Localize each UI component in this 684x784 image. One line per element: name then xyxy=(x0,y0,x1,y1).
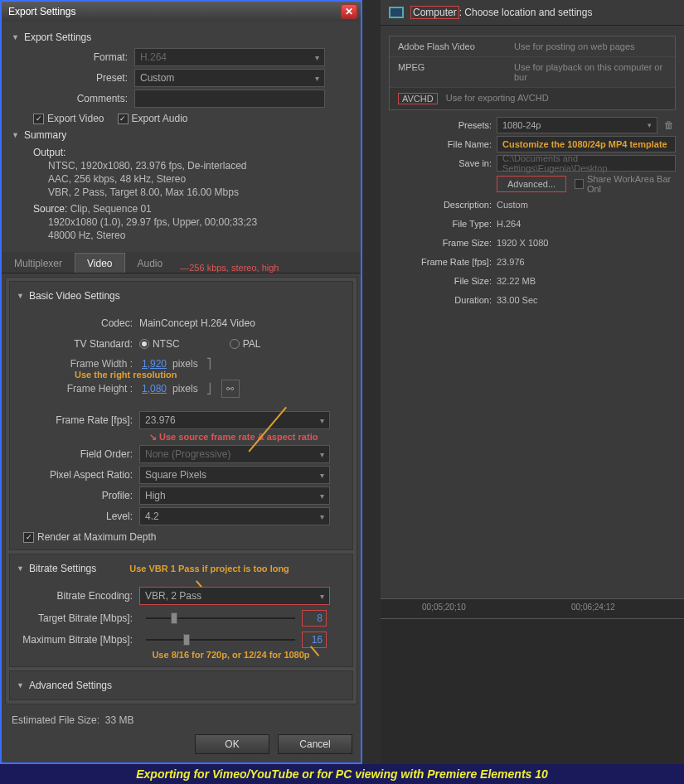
frame-height-label: Frame Height : xyxy=(17,383,139,394)
max-bitrate-slider[interactable] xyxy=(146,632,295,647)
advanced-button[interactable]: Advanced... xyxy=(497,176,566,192)
cancel-button[interactable]: Cancel xyxy=(278,734,352,754)
checkbox-icon xyxy=(575,179,584,189)
profile-label: Profile: xyxy=(17,490,139,501)
target-bitrate-slider[interactable] xyxy=(146,611,295,626)
section-advanced[interactable]: ▼ Advanced Settings xyxy=(10,676,352,694)
filesize-value: 32.22 MB xyxy=(497,276,676,286)
checkbox-label: Share WorkArea Bar Onl xyxy=(587,174,676,194)
radio-ntsc[interactable]: NTSC xyxy=(139,338,180,350)
section-summary[interactable]: ▼ Summary xyxy=(12,129,351,141)
par-label: Pixel Aspect Ratio: xyxy=(17,469,139,481)
timecode: 00;05;20;10 xyxy=(422,603,466,612)
codec-value: MainConcept H.264 Video xyxy=(139,317,255,329)
codec-label: Codec: xyxy=(17,317,139,329)
close-button[interactable]: ✕ xyxy=(341,4,357,19)
framerate-select[interactable]: 23.976 xyxy=(139,411,330,429)
chevron-down-icon: ▼ xyxy=(12,131,19,139)
tab-multiplexer[interactable]: Multiplexer xyxy=(2,253,75,273)
profile-select[interactable]: High xyxy=(139,486,330,505)
format-select[interactable]: H.264 xyxy=(134,48,325,66)
section-basic-video[interactable]: ▼ Basic Video Settings xyxy=(10,287,352,305)
bitrate-encoding-select[interactable]: VBR, 2 Pass xyxy=(139,587,330,605)
savein-input[interactable]: C:\Documents and Settings\Eugenia\Deskto… xyxy=(497,155,676,172)
summary-line: Clip, Sequence 01 xyxy=(70,203,152,215)
framerate-label: Frame Rate [fps]: xyxy=(17,414,139,426)
section-label: Export Settings xyxy=(24,31,91,43)
radio-pal[interactable]: PAL xyxy=(230,338,261,350)
fieldorder-select[interactable]: None (Progressive) xyxy=(139,445,330,463)
desc-value: Custom xyxy=(497,200,676,210)
savein-label: Save in: xyxy=(389,158,497,168)
annotation-bitrate: Use 8/16 for 720p, or 12/24 for 1080p xyxy=(17,650,346,660)
max-bitrate-label: Maximum Bitrate [Mbps]: xyxy=(17,634,139,646)
option-name: MPEG xyxy=(398,62,514,82)
section-export-settings[interactable]: ▼ Export Settings xyxy=(12,31,351,43)
format-option[interactable]: Adobe Flash Video Use for posting on web… xyxy=(390,36,675,57)
frame-height-value[interactable]: 1,080 xyxy=(139,383,169,394)
slider-thumb[interactable] xyxy=(171,612,177,624)
bitrate-encoding-label: Bitrate Encoding: xyxy=(17,590,139,602)
chevron-down-icon: ▼ xyxy=(17,292,24,300)
checkbox-label: Render at Maximum Depth xyxy=(37,531,156,543)
summary-line: AAC, 256 kbps, 48 kHz, Stereo xyxy=(33,172,351,186)
radio-icon xyxy=(230,339,240,349)
radio-icon xyxy=(139,339,149,349)
share-workarea-checkbox[interactable]: Share WorkArea Bar Onl xyxy=(575,174,676,194)
format-label: Format: xyxy=(12,51,134,63)
checkbox-label: Export Audio xyxy=(132,113,188,124)
section-label: Advanced Settings xyxy=(29,680,112,691)
estimated-file-size: Estimated File Size: 33 MB xyxy=(12,714,133,726)
tabs: Multiplexer Video Audio — 256 kbps, ster… xyxy=(2,252,361,273)
slider-thumb[interactable] xyxy=(183,634,190,646)
timeline-ruler[interactable]: 00;05;20;10 00;06;24;12 xyxy=(381,599,684,619)
section-label: Basic Video Settings xyxy=(29,290,120,302)
chevron-down-icon: ▼ xyxy=(12,33,19,41)
target-bitrate-label: Target Bitrate [Mbps]: xyxy=(17,612,139,624)
section-bitrate[interactable]: ▼ Bitrate Settings Use VBR 1 Pass if pro… xyxy=(10,559,352,578)
level-select[interactable]: 4.2 xyxy=(139,507,330,525)
bracket-icon: ⎤ xyxy=(206,358,211,370)
presets-select[interactable]: 1080-24p xyxy=(497,117,657,133)
dialog-footer: OK Cancel xyxy=(2,726,361,762)
titlebar: Export Settings ✕ xyxy=(2,2,361,22)
desc-label: Description: xyxy=(389,200,497,210)
max-bitrate-value[interactable]: 16 xyxy=(302,632,327,648)
framesize-value: 1920 X 1080 xyxy=(497,238,676,248)
target-bitrate-value[interactable]: 8 xyxy=(302,610,327,627)
format-option[interactable]: MPEG Use for playback on this computer o… xyxy=(390,57,675,88)
comments-input[interactable] xyxy=(134,90,325,108)
duration-value: 33.00 Sec xyxy=(497,295,676,305)
checkbox-icon: ✓ xyxy=(118,114,129,124)
preset-select[interactable]: Custom xyxy=(134,69,325,87)
filetype-value: H.264 xyxy=(497,219,676,229)
tab-video[interactable]: Video xyxy=(75,253,124,273)
frame-width-value[interactable]: 1,920 xyxy=(139,358,169,370)
preset-label: Preset: xyxy=(12,72,134,84)
ok-button[interactable]: OK xyxy=(195,734,269,754)
header-text: : Choose location and settings xyxy=(459,7,593,18)
checkbox-label: Export Video xyxy=(47,113,104,124)
tab-audio[interactable]: Audio xyxy=(125,253,176,273)
filename-input[interactable]: Customize the 1080/24p MP4 template xyxy=(497,136,676,152)
trash-icon[interactable]: 🗑 xyxy=(662,119,676,132)
close-icon: ✕ xyxy=(345,6,353,17)
export-video-checkbox[interactable]: ✓ Export Video xyxy=(33,113,104,124)
banner-text: Exporting for Vimeo/YouTube or for PC vi… xyxy=(0,764,684,784)
option-desc: Use for exporting AVCHD xyxy=(446,93,667,104)
render-depth-checkbox[interactable]: ✓ Render at Maximum Depth xyxy=(17,528,346,543)
par-select[interactable]: Square Pixels xyxy=(139,466,330,484)
presets-label: Presets: xyxy=(389,120,497,130)
timecode: 00;06;24;12 xyxy=(571,603,615,612)
export-audio-checkbox[interactable]: ✓ Export Audio xyxy=(118,113,188,124)
annotation-framerate: ↘ Use source frame rate & aspect ratio xyxy=(17,432,346,443)
timeline[interactable]: 00;05;20;10 00;06;24;12 xyxy=(381,598,684,764)
summary-line: 48000 Hz, Stereo xyxy=(33,229,351,242)
summary-source-label: Source: xyxy=(33,203,67,215)
unit-label: pixels xyxy=(169,358,198,370)
link-icon[interactable]: ⚯ xyxy=(221,380,240,398)
summary-line: 1920x1080 (1.0), 29.97 fps, Upper, 00;00… xyxy=(33,215,351,229)
framerate-value: 23.976 xyxy=(497,257,676,267)
format-option-selected[interactable]: AVCHD Use for exporting AVCHD xyxy=(390,88,675,109)
share-form: Presets: 1080-24p 🗑 File Name: Customize… xyxy=(389,117,676,308)
